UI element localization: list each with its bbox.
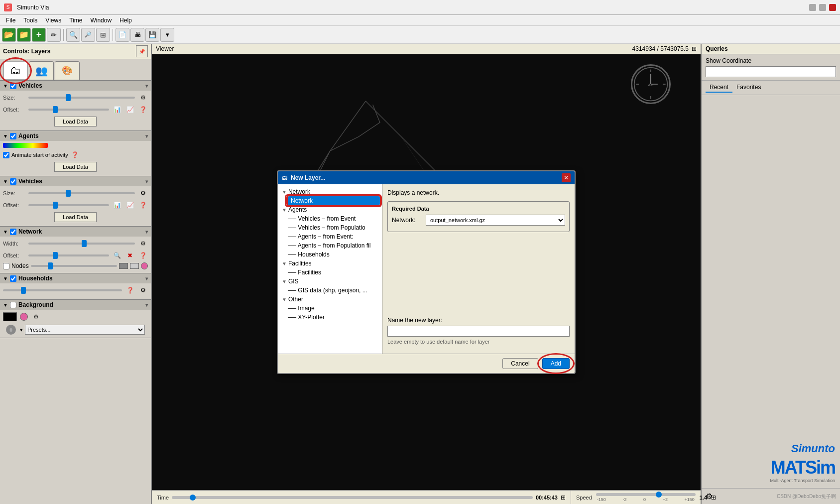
tree-network-group[interactable]: ▼ Network (280, 187, 380, 196)
households-header[interactable]: ▼ Households ▾ (0, 273, 151, 283)
speed-slider-thumb[interactable] (656, 492, 662, 498)
vehicles2-checkbox[interactable] (10, 178, 16, 185)
vehicles1-header[interactable]: ▼ Vehicles ▾ (0, 81, 151, 91)
tree-agents-event[interactable]: ── Agents – from Event: (280, 232, 380, 241)
network-settings[interactable]: ⚙ (138, 239, 148, 249)
time-slider-thumb[interactable] (190, 495, 196, 501)
network-color2[interactable] (130, 263, 139, 269)
open-btn[interactable]: 📂 (2, 28, 16, 42)
panel-pin-btn[interactable]: 📌 (136, 45, 148, 57)
network-checkbox[interactable] (10, 229, 16, 235)
tree-agents-group[interactable]: ▼ Agents (280, 205, 380, 214)
dialog-add-btn[interactable]: Add (542, 358, 570, 369)
network-no-icon[interactable]: ✖ (125, 251, 135, 260)
zoom-out-btn[interactable]: 🔎 (81, 28, 95, 42)
menu-help[interactable]: Help (116, 16, 136, 25)
menu-views[interactable]: Views (41, 16, 65, 25)
tab-agents[interactable]: 👥 (29, 61, 54, 80)
network-color1[interactable] (119, 263, 128, 269)
tree-vehicles-event[interactable]: ── Vehicles – from Event (280, 214, 380, 223)
agents-menu[interactable]: ▾ (145, 133, 148, 139)
time-slider-track[interactable] (172, 496, 533, 499)
network-nodes-thumb[interactable] (48, 262, 53, 269)
fit-btn[interactable]: ⊞ (96, 28, 110, 42)
network-header[interactable]: ▼ Network ▾ (0, 227, 151, 237)
network-menu[interactable]: ▾ (145, 229, 148, 235)
print-btn[interactable]: 🖶 (130, 28, 144, 42)
time-expand-btn[interactable]: ⊞ (561, 494, 566, 501)
background-menu[interactable]: ▾ (145, 302, 148, 308)
chart-btn[interactable]: ▾ (160, 28, 174, 42)
vehicles2-help[interactable]: ❓ (138, 200, 148, 210)
vehicles1-load-btn[interactable]: Load Data (54, 117, 97, 126)
background-header[interactable]: ▼ Background ▾ (0, 300, 151, 310)
dialog-tree[interactable]: ▼ Network Network (278, 184, 382, 354)
vehicles2-load-btn[interactable]: Load Data (54, 212, 97, 222)
zoom-in-btn[interactable]: 🔍 (66, 28, 80, 42)
network-help2[interactable]: ❓ (138, 251, 148, 260)
menu-tools[interactable]: Tools (19, 16, 41, 25)
tab-styles[interactable]: 🎨 (55, 61, 80, 80)
viewer-fullscreen-btn[interactable]: ⊞ (692, 45, 697, 52)
tree-agents-popfile[interactable]: ── Agents – from Population fil (280, 241, 380, 250)
vehicles2-settings[interactable]: ⚙ (138, 188, 148, 198)
background-add-btn[interactable]: + (6, 325, 16, 335)
maximize-btn[interactable] (819, 4, 826, 11)
vehicles2-menu[interactable]: ▾ (145, 179, 148, 184)
agents-animate-checkbox[interactable] (3, 152, 9, 158)
coordinate-input[interactable] (706, 66, 836, 77)
background-pink-swatch[interactable] (20, 313, 28, 321)
menu-file[interactable]: File (2, 16, 19, 25)
background-black-swatch[interactable] (3, 312, 17, 321)
tree-image[interactable]: ── Image (280, 304, 380, 313)
agents-header[interactable]: ▼ Agents ▾ (0, 131, 151, 141)
tree-network-item[interactable]: Network (288, 196, 380, 205)
households-thumb[interactable] (21, 287, 26, 294)
vehicles2-chart[interactable]: 📊 (112, 200, 122, 210)
agents-load-btn[interactable]: Load Data (54, 162, 97, 172)
export-pdf-btn[interactable]: 📄 (116, 28, 129, 42)
dialog-cancel-btn[interactable]: Cancel (502, 358, 538, 369)
vehicles1-offset-thumb[interactable] (53, 106, 58, 113)
tree-vehicles-pop[interactable]: ── Vehicles – from Populatio (280, 223, 380, 232)
menu-window[interactable]: Window (86, 16, 116, 25)
layers-content[interactable]: ▼ Vehicles ▾ Size: ⚙ Offset: (0, 81, 151, 504)
network-offset-thumb[interactable] (53, 252, 58, 259)
open-file-btn[interactable]: 📁 (17, 28, 31, 42)
viewer-canvas[interactable]: AM 🗂 New Layer... ✕ (152, 54, 701, 490)
vehicles2-offset-thumb[interactable] (53, 202, 58, 209)
dialog-network-select[interactable]: output_network.xml.gz (426, 215, 565, 226)
close-btn[interactable] (829, 4, 836, 11)
dialog-close-btn[interactable]: ✕ (562, 173, 571, 182)
minimize-btn[interactable] (809, 4, 816, 11)
tree-facilities-item[interactable]: ── Facilities (280, 268, 380, 277)
background-checkbox[interactable] (10, 302, 16, 308)
network-help1[interactable]: 🔍 (112, 251, 122, 260)
tree-other-group[interactable]: ▼ Other (280, 295, 380, 304)
add-layer-btn[interactable]: + (32, 28, 46, 42)
vehicles1-chart-icon[interactable]: 📊 (112, 105, 122, 115)
save-btn[interactable]: 💾 (145, 28, 159, 42)
tree-xyplotter[interactable]: ── XY-Plotter (280, 313, 380, 322)
vehicles1-size-settings[interactable]: ⚙ (138, 93, 148, 103)
tab-layers[interactable]: 🗂 (3, 61, 28, 80)
households-menu[interactable]: ▾ (145, 276, 148, 281)
agents-help-icon[interactable]: ❓ (70, 150, 80, 160)
edit-btn[interactable]: ✏ (47, 28, 61, 42)
speed-slider-track[interactable] (596, 493, 696, 496)
households-settings[interactable]: ⚙ (138, 285, 148, 295)
vehicles1-bar-icon[interactable]: 📈 (125, 105, 135, 115)
vehicles2-bar[interactable]: 📈 (125, 200, 135, 210)
agents-checkbox[interactable] (10, 133, 16, 139)
tab-recent[interactable]: Recent (706, 83, 732, 93)
menu-time[interactable]: Time (65, 16, 86, 25)
speed-expand-btn[interactable]: ⊞ (711, 494, 716, 501)
tab-favorites[interactable]: Favorites (732, 83, 765, 93)
tree-facilities-group[interactable]: ▼ Facilities (280, 259, 380, 268)
dialog-name-input[interactable] (387, 326, 570, 337)
network-color-btn[interactable] (141, 262, 148, 269)
tree-gis-group[interactable]: ▼ GIS (280, 277, 380, 286)
households-help1[interactable]: ❓ (125, 285, 135, 295)
network-nodes-checkbox[interactable] (3, 263, 9, 269)
network-width-thumb[interactable] (82, 240, 87, 247)
